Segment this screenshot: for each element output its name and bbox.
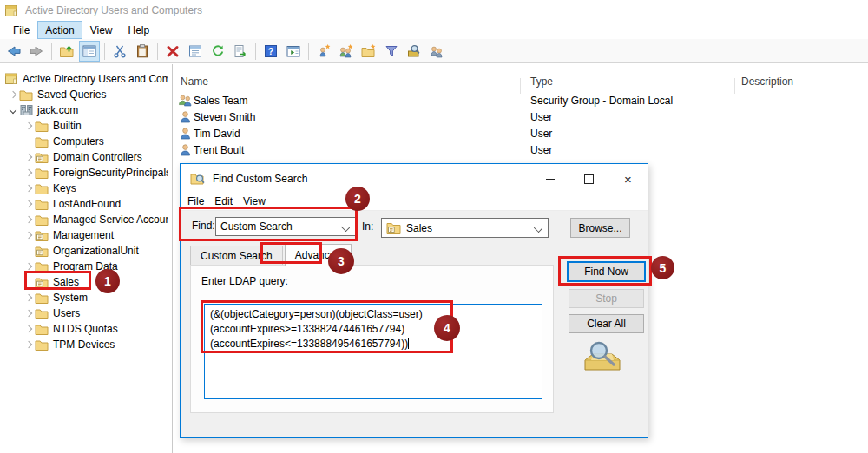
clear-all-button[interactable]: Clear All [569,314,644,333]
properties-window-icon[interactable] [283,41,304,62]
annotation-badge-2: 2 [345,187,370,211]
toolbar-separator [51,43,52,60]
paste-icon[interactable] [132,41,153,62]
title-bar: Active Directory Users and Computers [0,0,868,21]
row-type: User [530,128,552,140]
forward-icon[interactable] [26,41,47,62]
expander-collapsed-icon[interactable] [23,233,35,238]
filter-icon[interactable] [381,41,402,62]
maximize-button[interactable] [569,164,608,194]
expander-expanded-icon[interactable] [7,108,19,113]
tree-item-label: System [53,292,88,304]
menu-file[interactable]: File [5,21,37,39]
tree-item-ntds-quotas[interactable]: NTDS Quotas [0,321,168,337]
menu-view[interactable]: View [82,21,121,39]
tree-item-computers[interactable]: Computers [0,134,168,149]
ou-folder-icon [386,221,401,234]
delegate-icon[interactable] [426,41,447,62]
column-header-name[interactable]: Name [181,76,208,88]
find-dialog-icon [190,172,206,186]
properties-icon[interactable] [185,41,206,62]
list-rows: Sales TeamSecurity Group - Domain LocalS… [173,93,868,159]
folder-icon [35,119,49,133]
expander-collapsed-icon[interactable] [23,217,35,222]
refresh-icon[interactable] [207,41,228,62]
in-scope-value: Sales [406,222,432,234]
table-row[interactable]: Steven SmithUser [173,109,868,126]
folder-icon [35,338,49,351]
dialog-title: Find Custom Search [213,173,307,185]
expander-collapsed-icon[interactable] [7,92,19,97]
tree-item-active-directory-users-and-computers[interactable]: Active Directory Users and Computers [0,71,168,87]
new-user-icon[interactable] [313,41,334,62]
annotation-box-2 [179,207,358,241]
stop-button[interactable]: Stop [569,289,644,308]
expander-collapsed-icon[interactable] [23,264,35,269]
minimize-button[interactable] [530,164,569,194]
tree-item-jack-com[interactable]: jack.com [0,102,168,118]
tree-item-system[interactable]: System [0,290,168,305]
expander-collapsed-icon[interactable] [23,311,35,316]
tree-item-label: Users [53,307,80,319]
toolbar: ? [0,39,868,63]
tree-item-users[interactable]: Users [0,305,168,321]
tree-item-foreignsecurityprincipals[interactable]: ForeignSecurityPrincipals [0,165,168,181]
expander-collapsed-icon[interactable] [23,295,35,300]
folder-icon [35,166,49,180]
column-header-type[interactable]: Type [530,76,553,88]
table-row[interactable]: Sales TeamSecurity Group - Domain Local [173,93,868,109]
expander-collapsed-icon[interactable] [23,154,35,160]
expander-collapsed-icon[interactable] [23,123,35,128]
toggle-console-tree-icon[interactable] [79,41,100,62]
folder-icon [35,181,49,195]
console-tree-panel: Active Directory Users and ComputersSave… [0,64,168,453]
browse-button[interactable]: Browse... [570,218,630,238]
cut-icon[interactable] [109,41,130,62]
delete-icon[interactable] [162,41,183,62]
window-title: Active Directory Users and Computers [25,4,202,16]
user-icon [178,110,193,124]
tree-item-keys[interactable]: Keys [0,181,168,196]
expander-collapsed-icon[interactable] [23,170,35,175]
table-row[interactable]: Trent BoultUser [173,142,868,159]
expander-collapsed-icon[interactable] [23,326,35,332]
expander-collapsed-icon[interactable] [23,342,35,347]
tree-item-tpm-devices[interactable]: TPM Devices [0,337,168,352]
tree-item-label: Builtin [53,120,82,132]
annotation-box-4 [201,300,453,353]
new-ou-icon[interactable] [358,41,379,62]
toolbar-separator [104,43,105,60]
tree-item-organizationalunit[interactable]: OrganizationalUnit [0,243,168,259]
annotation-badge-1: 1 [95,269,120,293]
tree-item-saved-queries[interactable]: Saved Queries [0,87,168,102]
column-divider[interactable] [520,78,521,94]
export-list-icon[interactable] [230,41,251,62]
menu-action[interactable]: Action [37,21,82,39]
tree-item-managed-service-accounts[interactable]: Managed Service Accounts [0,212,168,227]
tree-item-management[interactable]: Management [0,227,168,243]
tree-item-builtin[interactable]: Builtin [0,118,168,134]
folder-icon [35,197,49,211]
column-header-description[interactable]: Description [741,76,793,88]
row-name: Sales Team [194,95,247,107]
tree-item-label: OrganizationalUnit [53,245,139,257]
in-scope-dropdown[interactable]: Sales [381,218,549,238]
tree-item-label: NTDS Quotas [53,323,118,335]
expander-collapsed-icon[interactable] [23,186,35,191]
new-group-icon[interactable] [336,41,357,62]
menu-help[interactable]: Help [121,21,158,39]
dialog-title-bar[interactable]: Find Custom Search × [181,164,648,194]
tree-item-label: ForeignSecurityPrincipals [53,167,168,179]
find-icon[interactable] [404,41,424,62]
back-icon[interactable] [3,41,24,62]
close-button[interactable]: × [608,164,648,194]
table-row[interactable]: Tim DavidUser [173,126,868,142]
list-header: Name Type Description [173,73,868,90]
help-icon[interactable]: ? [260,41,281,62]
up-one-level-icon[interactable] [56,41,77,62]
tree-item-lostandfound[interactable]: LostAndFound [0,196,168,212]
expander-collapsed-icon[interactable] [23,201,35,207]
row-name: Trent Boult [194,144,244,156]
column-divider[interactable] [734,78,735,94]
tree-item-domain-controllers[interactable]: Domain Controllers [0,149,168,165]
